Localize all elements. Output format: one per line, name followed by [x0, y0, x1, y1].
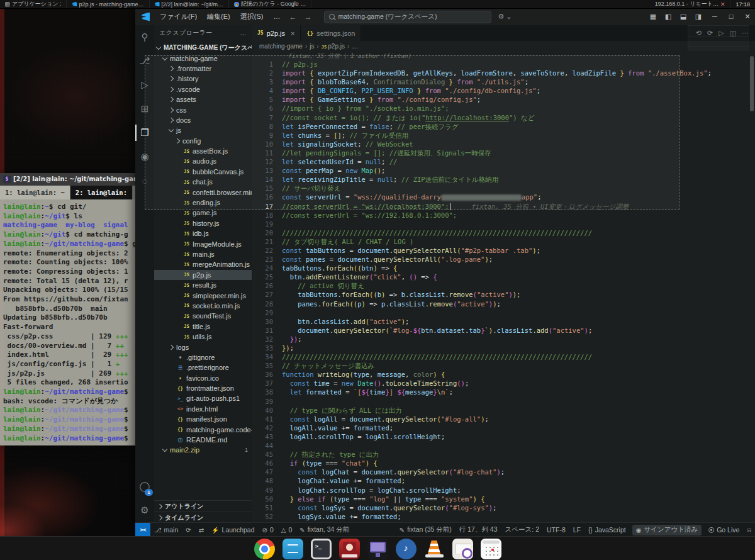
- taskbar-item-3[interactable]: 記憶のカケラ - Google …: [229, 0, 311, 8]
- code-line-row[interactable]: 7//const socket = io(); // または io("http:…: [252, 113, 755, 122]
- source-control-icon[interactable]: ⎇: [135, 49, 154, 73]
- tree-file-row[interactable]: JSmain.js: [154, 249, 252, 259]
- statusbar-left-0[interactable]: ⊘0: [259, 525, 277, 534]
- tree-folder-row[interactable]: .frontmatter: [154, 64, 252, 74]
- vscode-title-bar[interactable]: ファイル(F)編集(E)選択(S)… ← → matching-game (ワー…: [135, 8, 755, 26]
- code-line-row[interactable]: 9let chunks = []; // ファイル受信用: [252, 131, 755, 140]
- code-editor[interactable]: fixtan, 35 分前 | 1 author (fixtan) 1// p2…: [252, 51, 755, 522]
- taskbar-item-2[interactable]: [2/2] lain@lain: ~/git/m…: [150, 0, 229, 8]
- code-line-row[interactable]: 10let signalingSocket; // WebSocket: [252, 140, 755, 148]
- tree-file-row[interactable]: ☰.prettierignore: [154, 362, 252, 372]
- terminal-output[interactable]: lain@lain:~$ cd git/lain@lain:~/git$ lsm…: [0, 199, 146, 445]
- tree-file-row[interactable]: ★favicon.ico: [154, 373, 252, 383]
- outline-section[interactable]: アウトライン: [154, 500, 252, 512]
- code-line-row[interactable]: 13const peerMap = new Map();: [252, 166, 755, 175]
- code-line-row[interactable]: 19: [252, 220, 755, 228]
- tree-file-row[interactable]: JSconfetti.browser.min…: [154, 187, 252, 197]
- statusbar-left-0[interactable]: △0: [277, 525, 296, 534]
- statusbar-left-main[interactable]: ⎇main: [150, 525, 182, 534]
- code-line-row[interactable]: 42 logAll.value += formatted;: [252, 423, 755, 432]
- code-line-row[interactable]: 30 btn.classList.add("active");: [252, 317, 755, 326]
- code-line-row[interactable]: 35// チャットメッセージ書込み: [252, 361, 755, 370]
- code-line-row[interactable]: 14let receivingZipTitle = null; // ZIP送信…: [252, 175, 755, 184]
- statusbar-right-サインアウト済み[interactable]: ◉サインアウト済み: [632, 525, 702, 535]
- menu-item-3[interactable]: …: [268, 8, 285, 25]
- extensions-icon[interactable]: ⊞: [135, 97, 154, 121]
- terminal-tab-2[interactable]: 2: lain@lain:: [70, 186, 133, 199]
- gitlens-authors-lens[interactable]: fixtan, 35 分前 | 1 author (fixtan): [252, 52, 755, 60]
- tree-file-row[interactable]: JSgame.js: [154, 208, 252, 218]
- tree-file-row[interactable]: JSp2p.js: [154, 270, 252, 280]
- command-center-search[interactable]: matching-game (ワークスペース): [324, 11, 491, 23]
- code-line-row[interactable]: 26 // active 切り替え: [252, 281, 755, 290]
- code-line-row[interactable]: 47 const logChat = document.querySelecto…: [252, 468, 755, 476]
- code-line-row[interactable]: 46 if (type === "chat") {: [252, 459, 755, 468]
- terminal-window[interactable]: $ [2/2] lain@lain: ~/git/matching-game 1…: [0, 173, 146, 442]
- code-line-row[interactable]: 3import { blobToBase64, ConfirmationDial…: [252, 77, 755, 86]
- code-line-row[interactable]: 32 });: [252, 335, 755, 344]
- code-line-row[interactable]: 41 const logAll = document.querySelector…: [252, 415, 755, 423]
- nav-forward-icon[interactable]: →: [300, 13, 315, 21]
- statusbar-right-スペース: 2[interactable]: スペース: 2: [501, 525, 543, 534]
- tree-folder-row[interactable]: css: [154, 104, 252, 115]
- tab-settings.json[interactable]: {}settings.json: [301, 25, 361, 41]
- tree-folder-row[interactable]: logs: [154, 342, 252, 352]
- nav-back-icon[interactable]: ←: [285, 13, 300, 21]
- taskbar-item-1[interactable]: p2p.js - matching-game…: [67, 0, 149, 8]
- tree-file-row[interactable]: JSutils.js: [154, 332, 252, 342]
- tree-folder-row[interactable]: js: [154, 125, 252, 135]
- statusbar-right-行 17、列 43[interactable]: 行 17、列 43: [456, 525, 501, 534]
- statusbar-right-JavaScript[interactable]: {}JavaScript: [584, 526, 630, 534]
- editor-scrollbar[interactable]: [749, 51, 755, 522]
- tree-file-row[interactable]: main2.zip1: [154, 445, 252, 455]
- code-line-row[interactable]: 33});: [252, 344, 755, 352]
- tree-file-row[interactable]: {}matching-game.code-wor…: [154, 424, 252, 434]
- code-line-row[interactable]: 37 const time = new Date().toLocaleTimeS…: [252, 379, 755, 388]
- close-icon[interactable]: ✕: [740, 8, 755, 25]
- code-line-row[interactable]: 16const serverUrl = "wss://qualified-dar…: [252, 193, 755, 201]
- remote-indicator[interactable]: ><: [135, 523, 150, 537]
- code-line-row[interactable]: 2import { exportZipFromIndexedDB, getAll…: [252, 69, 755, 77]
- statusbar-right-Go Live[interactable]: ⦿Go Live: [704, 526, 743, 534]
- code-line-row[interactable]: 50 } else if (type === "log" || type ===…: [252, 495, 755, 503]
- code-line-row[interactable]: 8let isPeerConnected = false; // peer接続フ…: [252, 122, 755, 131]
- code-line-row[interactable]: 43 logAll.scrollTop = logAll.scrollHeigh…: [252, 432, 755, 441]
- live-preview-icon[interactable]: ◉: [135, 145, 154, 169]
- code-line-row[interactable]: 51 const logSys = document.querySelector…: [252, 503, 755, 512]
- tree-folder-row[interactable]: MATCHING-GAME (ワークスペース): [154, 43, 252, 53]
- remote-explorer-icon[interactable]: ◌: [135, 169, 154, 193]
- presentation-app-icon[interactable]: [367, 539, 388, 559]
- code-line-row[interactable]: 44: [252, 441, 755, 450]
- tree-folder-row[interactable]: .vscode: [154, 84, 252, 94]
- tree-file-row[interactable]: JSchat.js: [154, 177, 252, 187]
- tree-file-row[interactable]: JSbubbleCanvas.js: [154, 167, 252, 177]
- minimize-icon[interactable]: ─: [707, 8, 722, 25]
- code-line-row[interactable]: 40 // type に関わらず ALL には出力: [252, 406, 755, 415]
- music-app-icon[interactable]: [396, 539, 417, 559]
- code-line-row[interactable]: 36function writeLog(type, message, color…: [252, 370, 755, 379]
- breadcrumb-item-js[interactable]: js: [310, 43, 314, 50]
- terminal-app-icon[interactable]: [311, 539, 332, 559]
- tree-file-row[interactable]: JSassetBox.js: [154, 146, 252, 156]
- code-line-row[interactable]: 4import { DB_CONFIG, P2P_USER_INFO } fro…: [252, 86, 755, 95]
- mail-app-icon[interactable]: [452, 539, 473, 559]
- code-line-row[interactable]: 27 tabButtons.forEach((b) => b.classList…: [252, 290, 755, 299]
- menu-item-2[interactable]: 選択(S): [235, 8, 269, 25]
- game-app-icon[interactable]: [339, 539, 360, 559]
- explorer-icon[interactable]: ❐: [135, 121, 154, 145]
- statusbar-right-UTF-8[interactable]: UTF-8: [543, 526, 569, 534]
- code-line-row[interactable]: 22const tabButtons = document.querySelec…: [252, 246, 755, 255]
- tree-file-row[interactable]: {}frontmatter.json: [154, 383, 252, 393]
- tree-file-row[interactable]: {}manifest.json: [154, 414, 252, 424]
- tab-p2p.js[interactable]: JSp2p.js×: [252, 25, 301, 41]
- breadcrumb-item-matching-game[interactable]: matching-game: [259, 43, 303, 50]
- statusbar-left-icon2[interactable]: ⇄: [195, 525, 208, 534]
- code-line-row[interactable]: 15// サーバ切り替え: [252, 184, 755, 193]
- statusbar-left-icon1[interactable]: ⟳: [182, 525, 194, 534]
- statusbar-right-icon8[interactable]: ⍾: [743, 526, 755, 534]
- close-icon[interactable]: ×: [291, 30, 294, 37]
- tree-file-row[interactable]: JStitle.js: [154, 322, 252, 332]
- breadcrumb-item-p2p.js[interactable]: JSp2p.js: [322, 43, 345, 50]
- tree-folder-row[interactable]: assets: [154, 94, 252, 104]
- code-line-row[interactable]: 1// p2p.js: [252, 60, 755, 69]
